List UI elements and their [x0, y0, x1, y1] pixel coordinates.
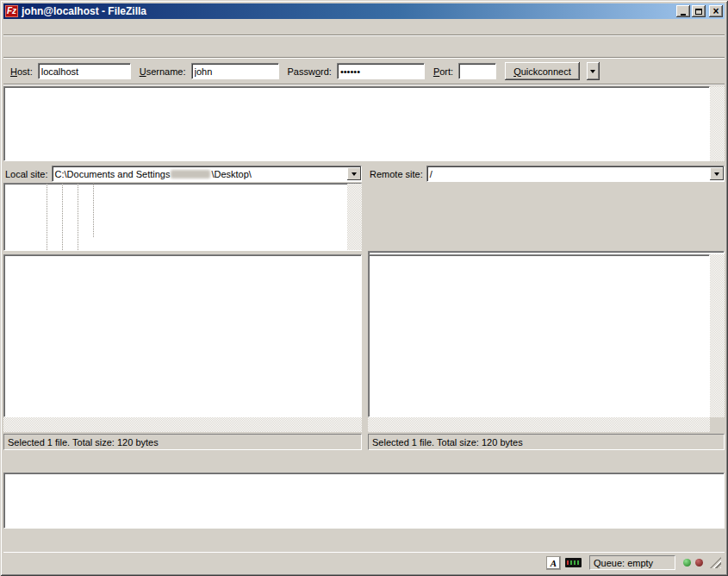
- remote-site-combobox[interactable]: /: [426, 166, 725, 182]
- local-site-bar: Local site: C:\Documents and Settings\De…: [3, 165, 362, 183]
- local-site-dropdown[interactable]: [347, 167, 361, 180]
- title-bar[interactable]: Fz john@localhost - FileZilla ×: [3, 3, 725, 19]
- status-bar: A Queue: empty: [3, 552, 725, 573]
- local-selection-status-text: Selected 1 file. Total size: 120 bytes: [8, 437, 159, 448]
- resize-grip[interactable]: [710, 557, 721, 568]
- remote-list-hscrollbar[interactable]: [368, 417, 710, 432]
- local-path-prefix: C:\Documents and Settings: [55, 169, 171, 179]
- filezilla-app-icon: Fz: [5, 5, 18, 17]
- chevron-down-icon: [714, 172, 719, 176]
- port-input[interactable]: [458, 63, 496, 79]
- queue-size-box: Queue: empty: [589, 555, 675, 570]
- username-input[interactable]: [191, 63, 279, 79]
- remote-site-dropdown[interactable]: [710, 167, 724, 180]
- queue-tabs: [3, 531, 725, 549]
- minimize-button[interactable]: [676, 5, 690, 17]
- message-log: [3, 86, 710, 161]
- port-label: Port:: [433, 66, 453, 77]
- maximize-button[interactable]: [692, 5, 706, 17]
- tree-guide-line: [62, 184, 63, 251]
- close-icon: ×: [712, 7, 719, 16]
- tree-guide-line: [93, 184, 94, 237]
- data-type-indicator[interactable]: A: [546, 556, 561, 570]
- local-list-header: [4, 255, 361, 271]
- quickconnect-dropdown-button[interactable]: [587, 62, 600, 80]
- remote-site-bar: Remote site: /: [368, 165, 725, 183]
- green-status-led-icon: [683, 559, 691, 567]
- chevron-down-icon: [352, 172, 357, 176]
- queue-size-text: Queue: empty: [594, 558, 653, 568]
- chevron-down-icon: [590, 70, 595, 73]
- local-tree-scrollbar[interactable]: [347, 184, 362, 250]
- message-log-scrollbar[interactable]: [710, 86, 725, 161]
- red-status-led-icon: [695, 559, 703, 567]
- separator: [3, 84, 725, 85]
- remote-list-header: [369, 255, 709, 271]
- password-input[interactable]: [337, 63, 425, 79]
- ascii-type-icon: A: [551, 558, 557, 568]
- local-list-hscrollbar[interactable]: [3, 417, 362, 432]
- local-path-suffix: \Desktop\: [211, 169, 251, 179]
- quickconnect-bar: Host: Username: Password: Port: Quickcon…: [3, 59, 725, 84]
- tree-guide-line: [78, 184, 78, 251]
- local-site-combobox[interactable]: C:\Documents and Settings\Desktop\: [52, 166, 362, 182]
- remote-selection-status: Selected 1 file. Total size: 120 bytes: [368, 434, 725, 450]
- password-label: Password:: [288, 66, 332, 77]
- menu-bar: [3, 19, 725, 34]
- local-file-list: [3, 254, 362, 417]
- filezilla-window: Fz john@localhost - FileZilla × Host: Us…: [0, 0, 728, 576]
- remote-path: /: [430, 169, 432, 179]
- host-input[interactable]: [38, 63, 131, 79]
- quickconnect-button[interactable]: Quickconnect: [505, 62, 580, 80]
- transfer-queue-header: [3, 457, 725, 473]
- local-directory-tree: [3, 183, 362, 251]
- remote-selection-status-text: Selected 1 file. Total size: 120 bytes: [372, 437, 523, 448]
- window-title: john@localhost - FileZilla: [22, 5, 676, 17]
- speed-limit-indicator-icon[interactable]: [565, 558, 582, 567]
- maximize-icon: [695, 9, 702, 15]
- toolbar: [3, 36, 725, 58]
- remote-site-label: Remote site:: [370, 169, 423, 179]
- close-button[interactable]: ×: [709, 5, 723, 17]
- remote-file-list: [368, 254, 710, 417]
- local-site-label: Local site:: [5, 169, 48, 179]
- remote-list-vscrollbar[interactable]: [710, 254, 725, 417]
- transfer-queue-body: [3, 473, 725, 529]
- local-selection-status: Selected 1 file. Total size: 120 bytes: [3, 434, 362, 450]
- username-label: Username:: [140, 66, 186, 77]
- host-label: Host:: [10, 66, 33, 77]
- minimize-icon: [681, 14, 686, 16]
- scrollbar-corner: [710, 417, 725, 432]
- tree-guide-line: [47, 184, 47, 251]
- redacted-username: [171, 170, 210, 178]
